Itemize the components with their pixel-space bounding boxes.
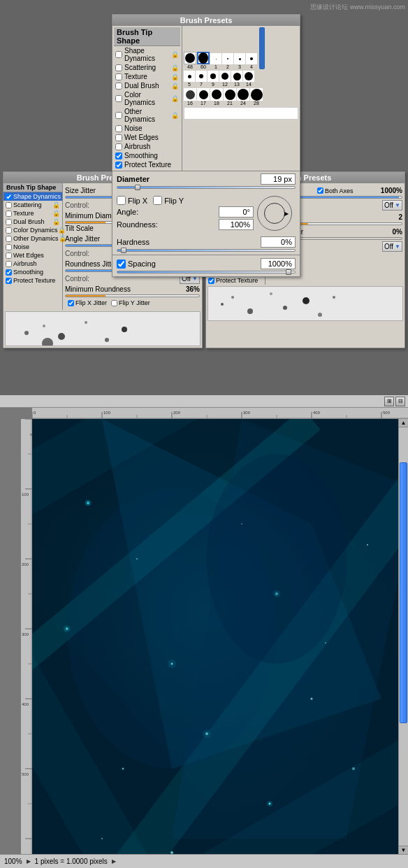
scrollbar-vertical[interactable]: ▲ ▼: [398, 419, 408, 854]
checkbox-protect-texture[interactable]: [115, 162, 122, 169]
svg-point-9: [247, 308, 253, 314]
checkbox-texture[interactable]: [115, 73, 122, 80]
sd-cb-air[interactable]: [6, 261, 12, 267]
sd-section-header: Brush Tip Shape: [3, 183, 62, 192]
brush-thumbnails: 48 60 1 2: [182, 26, 300, 171]
sd-list-shape-dynamics[interactable]: Shape Dynamics: [3, 192, 62, 201]
sd-preview-svg: [6, 312, 200, 346]
sd-cb-color[interactable]: [6, 227, 12, 234]
checkbox-scattering[interactable]: [115, 64, 122, 71]
sc-cb-protect[interactable]: [208, 278, 214, 284]
sd-cb-protect[interactable]: [6, 278, 12, 284]
watermark: 思缘设计论坛 www.missyuan.com: [310, 3, 405, 12]
list-scattering[interactable]: Scattering🔒: [114, 63, 180, 72]
hardness-slider[interactable]: [117, 249, 296, 252]
spacing-checkbox-label[interactable]: Spacing: [117, 259, 156, 269]
spacing-value[interactable]: 1000%: [261, 258, 296, 269]
flip-x-label[interactable]: Flip X: [117, 196, 147, 205]
status-bar: 100% ▶ 1 pixels = 1.0000 pixels ▶: [0, 854, 408, 868]
svg-rect-15: [32, 408, 408, 419]
sd-list-color[interactable]: Color Dynamics🔒: [3, 226, 62, 234]
list-airbrush[interactable]: Airbrush: [114, 142, 180, 151]
svg-point-62: [85, 500, 91, 506]
flip-y-jitter-cb[interactable]: [111, 300, 117, 306]
list-noise[interactable]: Noise: [114, 124, 180, 133]
flip-row: Flip X Flip Y: [117, 196, 254, 205]
svg-point-5: [122, 327, 127, 332]
sd-cb-scatter[interactable]: [6, 202, 12, 208]
list-protect-texture[interactable]: Protect Texture: [114, 160, 180, 169]
checkbox-wet-edges[interactable]: [115, 134, 122, 141]
flip-x-jitter-cb[interactable]: [68, 300, 74, 306]
sd-list-other[interactable]: Other Dynamics🔒: [3, 234, 62, 243]
svg-point-71: [311, 698, 313, 700]
sc-preview: [207, 286, 403, 321]
flip-y-checkbox[interactable]: [153, 196, 162, 205]
sd-list-scattering[interactable]: Scattering🔒: [3, 201, 62, 209]
canvas-image[interactable]: [32, 419, 398, 854]
list-dual-brush[interactable]: Dual Brush🔒: [114, 81, 180, 90]
svg-point-84: [207, 454, 347, 664]
angle-value[interactable]: 0°: [219, 206, 254, 218]
sd-list-protect[interactable]: Protect Texture: [3, 276, 62, 285]
diameter-value[interactable]: 19 px: [261, 173, 296, 185]
list-wet-edges[interactable]: Wet Edges: [114, 133, 180, 142]
hardness-section: Hardness 0%: [112, 234, 300, 255]
toolbar-btn-1[interactable]: ⊞: [384, 397, 394, 406]
sd-cb-smooth[interactable]: [6, 269, 12, 276]
sd-cb-noise[interactable]: [6, 244, 12, 250]
min-roundness-slider[interactable]: [65, 294, 200, 297]
sc-control-dropdown[interactable]: Off ▼: [382, 200, 402, 211]
diameter-label: Diameter: [117, 175, 150, 183]
roundness-value[interactable]: 100%: [219, 219, 254, 230]
ruler-horizontal: 0 100 200 300 400 500: [32, 408, 408, 419]
flip-x-jitter-label[interactable]: Flip X Jitter: [68, 299, 107, 306]
scrollbar-v-down-btn[interactable]: ▼: [399, 846, 408, 854]
both-axes-cb[interactable]: [317, 187, 323, 194]
spacing-checkbox[interactable]: [117, 259, 126, 269]
sd-cb-texture[interactable]: [6, 211, 12, 217]
flip-y-label[interactable]: Flip Y: [153, 196, 184, 205]
brush-list-left: Brush Tip Shape Shape Dynamics🔒 Scatteri…: [112, 26, 182, 171]
hardness-value[interactable]: 0%: [261, 236, 296, 248]
sd-cb-shape[interactable]: [6, 194, 12, 200]
sd-list-wet[interactable]: Wet Edges: [3, 251, 62, 259]
scrollbar-v-thumb[interactable]: [400, 462, 407, 723]
sd-cb-other[interactable]: [6, 236, 12, 242]
svg-text:500: 500: [383, 411, 391, 415]
sd-cb-dual[interactable]: [6, 219, 12, 225]
svg-point-76: [367, 544, 368, 546]
list-smoothing[interactable]: Smoothing: [114, 151, 180, 160]
checkbox-airbrush[interactable]: [115, 143, 122, 150]
checkbox-dual-brush[interactable]: [115, 83, 122, 90]
svg-text:400: 400: [22, 702, 29, 706]
angle-preview-container: ▶: [254, 194, 296, 232]
scrollbar-v-up-btn[interactable]: ▲: [399, 419, 408, 427]
toolbar-btn-2[interactable]: ⊟: [395, 397, 405, 406]
svg-point-2: [58, 333, 65, 340]
checkbox-smoothing[interactable]: [115, 152, 122, 159]
checkbox-shape-dynamics[interactable]: [115, 51, 122, 58]
svg-text:400: 400: [313, 411, 321, 415]
list-color-dynamics[interactable]: Color Dynamics🔒: [114, 90, 180, 107]
flip-x-checkbox[interactable]: [117, 196, 126, 205]
list-other-dynamics[interactable]: Other Dynamics🔒: [114, 107, 180, 124]
both-axes-label[interactable]: Both Axes: [317, 187, 354, 194]
sd-list-smooth[interactable]: Smoothing: [3, 268, 62, 276]
sd-list-texture[interactable]: Texture🔒: [3, 209, 62, 218]
svg-point-7: [221, 303, 224, 306]
sc-list-protect[interactable]: Protect Texture: [206, 276, 265, 285]
diameter-slider[interactable]: [117, 186, 296, 189]
list-shape-dynamics[interactable]: Shape Dynamics🔒: [114, 46, 180, 63]
sd-cb-wet[interactable]: [6, 252, 12, 259]
sc-control-dropdown2[interactable]: Off ▼: [382, 241, 402, 252]
checkbox-color-dynamics[interactable]: [115, 95, 122, 102]
spacing-slider[interactable]: [117, 271, 296, 273]
flip-y-jitter-label[interactable]: Flip Y Jitter: [111, 299, 150, 306]
sd-list-air[interactable]: Airbrush: [3, 259, 62, 268]
sd-list-dual[interactable]: Dual Brush🔒: [3, 218, 62, 226]
sd-list-noise[interactable]: Noise: [3, 243, 62, 251]
checkbox-other-dynamics[interactable]: [115, 112, 122, 119]
checkbox-noise[interactable]: [115, 125, 122, 132]
list-texture[interactable]: Texture🔒: [114, 72, 180, 81]
